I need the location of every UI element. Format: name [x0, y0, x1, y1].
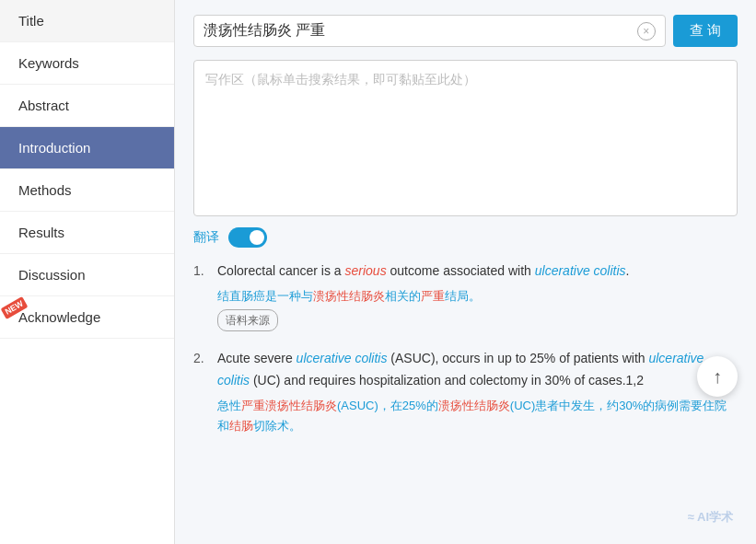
sidebar-item-label: Methods: [18, 182, 72, 198]
result-number: 2.: [193, 348, 210, 436]
sidebar: TitleKeywordsAbstractIntroductionMethods…: [0, 0, 175, 544]
search-clear-button[interactable]: ×: [637, 22, 656, 41]
sidebar-item-acknowledge[interactable]: NEWAcknowledge: [0, 296, 174, 339]
sidebar-item-label: Keywords: [18, 55, 79, 71]
keyword-serious: serious: [345, 263, 387, 278]
sidebar-item-title[interactable]: Title: [0, 0, 174, 42]
result-number: 1.: [193, 260, 210, 331]
sidebar-item-label: Acknowledge: [18, 309, 100, 325]
scroll-up-button[interactable]: ↑: [697, 356, 738, 397]
sidebar-item-label: Abstract: [18, 98, 69, 113]
sidebar-item-label: Results: [18, 225, 64, 240]
sidebar-item-methods[interactable]: Methods: [0, 169, 174, 212]
source-tag-wrap: 语料来源: [217, 307, 629, 331]
main-content: 溃疡性结肠炎 严重 × 查 询 写作区（鼠标单击搜索结果，即可黏贴至此处） 翻译…: [175, 0, 756, 544]
sidebar-item-keywords[interactable]: Keywords: [0, 42, 174, 85]
list-item: 1. Colorectal cancer is a serious outcom…: [193, 260, 738, 331]
sidebar-item-discussion[interactable]: Discussion: [0, 254, 174, 296]
list-item: 2. Acute severe ulcerative colitis (ASUC…: [193, 348, 738, 436]
cn-keyword4: 溃疡性结肠炎: [438, 399, 510, 412]
scroll-up-icon: ↑: [713, 366, 722, 388]
search-input-wrap: 溃疡性结肠炎 严重 ×: [193, 15, 666, 47]
sidebar-item-label: Title: [18, 13, 44, 29]
keyword-uc3: ulcerative colitis: [217, 351, 704, 388]
search-query-text: 溃疡性结肠炎 严重: [204, 21, 637, 41]
cn-keyword3: 严重溃疡性结肠炎: [241, 399, 337, 412]
cn-keyword1: 溃疡性结肠炎: [313, 289, 385, 303]
sidebar-item-label: Discussion: [18, 267, 86, 283]
source-tag[interactable]: 语料来源: [217, 309, 278, 331]
result-cn: 结直肠癌是一种与溃疡性结肠炎相关的严重结局。: [217, 286, 629, 307]
cn-keyword2: 严重: [421, 289, 445, 303]
translate-row: 翻译: [193, 227, 738, 248]
keyword-uc2: ulcerative colitis: [297, 351, 388, 365]
keyword-uc1: ulcerative colitis: [535, 263, 626, 278]
search-bar: 溃疡性结肠炎 严重 × 查 询: [193, 15, 738, 47]
result-en: Acute severe ulcerative colitis (ASUC), …: [217, 348, 738, 392]
translate-toggle[interactable]: [228, 227, 267, 248]
writing-area-placeholder: 写作区（鼠标单击搜索结果，即可黏贴至此处）: [205, 72, 476, 87]
results-list: 1. Colorectal cancer is a serious outcom…: [193, 260, 738, 436]
writing-area[interactable]: 写作区（鼠标单击搜索结果，即可黏贴至此处）: [193, 60, 738, 216]
sidebar-item-introduction[interactable]: Introduction: [0, 127, 174, 169]
result-body: Colorectal cancer is a serious outcome a…: [217, 260, 629, 331]
result-body: Acute severe ulcerative colitis (ASUC), …: [217, 348, 738, 436]
sidebar-item-abstract[interactable]: Abstract: [0, 85, 174, 127]
cn-keyword5: 结肠: [229, 419, 253, 433]
sidebar-item-results[interactable]: Results: [0, 212, 174, 254]
result-en: Colorectal cancer is a serious outcome a…: [217, 260, 629, 283]
sidebar-item-label: Introduction: [18, 140, 90, 156]
result-cn: 急性严重溃疡性结肠炎(ASUC)，在25%的溃疡性结肠炎(UC)患者中发生，约3…: [217, 396, 738, 436]
search-button[interactable]: 查 询: [673, 15, 738, 47]
translate-label: 翻译: [193, 229, 219, 246]
